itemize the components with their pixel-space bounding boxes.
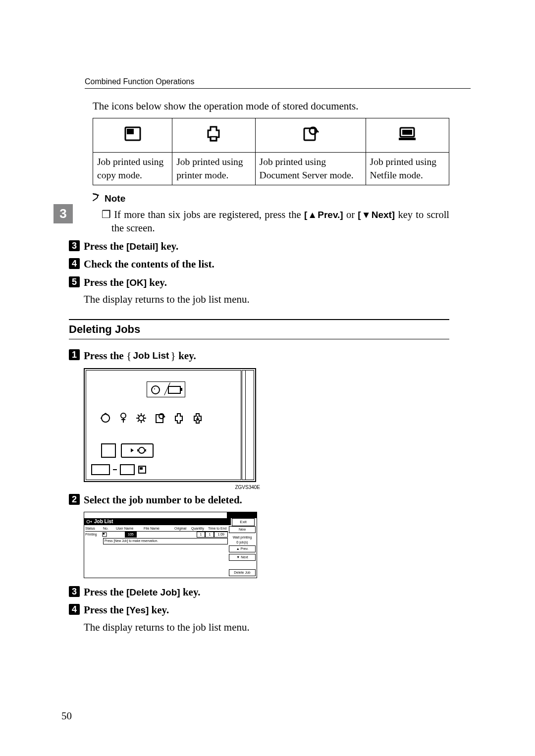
svg-point-7	[121, 413, 126, 418]
svg-rect-5	[402, 130, 412, 135]
screen-delete-button: Delete Job	[229, 569, 256, 576]
panel-icon-5	[173, 413, 184, 424]
svg-rect-6	[399, 138, 416, 140]
prev-key: [▲Prev.]	[304, 210, 343, 220]
netfile-mode-caption: Job printed using Netfile mode.	[366, 153, 449, 185]
yes-key: [Yes]	[126, 605, 149, 615]
job-list-key: Job List	[126, 348, 176, 363]
document-server-icon	[302, 126, 319, 145]
svg-point-10	[139, 447, 145, 453]
job-list-screen-figure: Job List Exit Status No. User Name File …	[84, 512, 257, 578]
screen-row-2: Press [New Job] to make reservation.	[103, 538, 228, 544]
panel-bottom-key-2	[120, 464, 135, 475]
del-step-4-text: Press the [Yes] key.	[84, 603, 169, 617]
screen-row-1: Printing 105 1 1 1:09	[85, 531, 228, 538]
netfile-mode-icon	[398, 126, 417, 145]
step-4-text: Check the contents of the list.	[84, 257, 214, 271]
svg-point-8	[139, 416, 144, 421]
note-item: If more than six jobs are registered, pr…	[102, 208, 449, 235]
netfile-mode-icon-cell	[366, 118, 449, 153]
operation-mode-table: Job printed using copy mode. Job printed…	[93, 118, 449, 185]
delete-job-key: [Delete Job]	[126, 587, 180, 597]
del-step-2-number: 2	[69, 494, 80, 505]
running-header: Combined Function Operations	[85, 77, 194, 86]
detail-key: [Detail]	[126, 241, 158, 252]
printer-mode-icon	[205, 126, 222, 145]
copy-mode-icon-cell	[93, 118, 172, 153]
section-heading-deleting-jobs: Deleting Jobs	[69, 319, 449, 339]
intro-text: The icons below show the operation mode …	[93, 99, 449, 113]
step-3-text: Press the [Detail] key.	[84, 239, 178, 253]
del-step-2-text: Select the job number to be deleted.	[84, 493, 242, 507]
control-panel-figure: ZGVS340E	[84, 368, 256, 482]
header-rule	[85, 88, 471, 89]
panel-bottom-key-1	[91, 464, 110, 475]
chapter-tab: 3	[54, 204, 73, 223]
screen-prev-button: ▲ Prev.	[229, 545, 256, 552]
step-3-number: 3	[69, 240, 80, 251]
printer-mode-caption: Job printed using printer mode.	[172, 153, 255, 185]
screen-titlebar: Job List	[84, 518, 231, 525]
svg-rect-15	[103, 533, 105, 535]
panel-icon-4	[155, 413, 165, 424]
job-list-hardkey	[121, 443, 154, 458]
docserver-mode-caption: Job printed using Document Server mode.	[255, 153, 366, 185]
svg-rect-2	[211, 137, 216, 141]
screen-next-button: ▼ Next	[229, 554, 256, 561]
indicator-icon	[147, 381, 185, 397]
printer-mode-icon-cell	[172, 118, 255, 153]
del-step-1-text: Press the Job List key.	[84, 348, 196, 363]
screen-wait-2: 0 job(s)	[229, 540, 256, 544]
step-5-body: The display returns to the job list menu…	[84, 292, 449, 306]
del-step-4-number: 4	[69, 604, 80, 615]
panel-icon-2	[119, 413, 128, 424]
panel-icon-1	[100, 413, 111, 424]
panel-edge	[242, 370, 254, 480]
svg-rect-1	[127, 129, 134, 134]
panel-icon-6	[192, 413, 203, 424]
del-step-3-number: 3	[69, 586, 80, 597]
figure-label: ZGVS340E	[235, 484, 260, 491]
panel-copy-icon	[138, 465, 147, 474]
step-5-text: Press the [OK] key.	[84, 275, 167, 289]
note-label: Note	[105, 192, 125, 205]
note-icon	[92, 191, 102, 206]
panel-icon-3	[136, 413, 147, 424]
step-5-number: 5	[69, 276, 80, 287]
copy-mode-caption: Job printed using copy mode.	[93, 153, 172, 185]
page-number: 50	[61, 710, 72, 722]
del-step-3-text: Press the [Delete Job] key.	[84, 585, 201, 599]
del-step-1-number: 1	[69, 349, 80, 360]
copy-mode-icon	[124, 126, 141, 145]
svg-point-13	[87, 520, 90, 523]
ok-key: [OK]	[126, 277, 147, 288]
screen-exit-button: Exit	[232, 518, 255, 526]
next-key: [▼Next]	[358, 210, 395, 220]
screen-wait-1: Wait printing	[229, 535, 256, 540]
step-4-number: 4	[69, 258, 80, 269]
docserver-mode-icon-cell	[255, 118, 366, 153]
panel-blank-key	[101, 443, 116, 458]
svg-rect-12	[140, 467, 143, 470]
del-step-4-body: The display returns to the job list menu…	[84, 620, 449, 634]
screen-new-button: New	[229, 526, 256, 533]
